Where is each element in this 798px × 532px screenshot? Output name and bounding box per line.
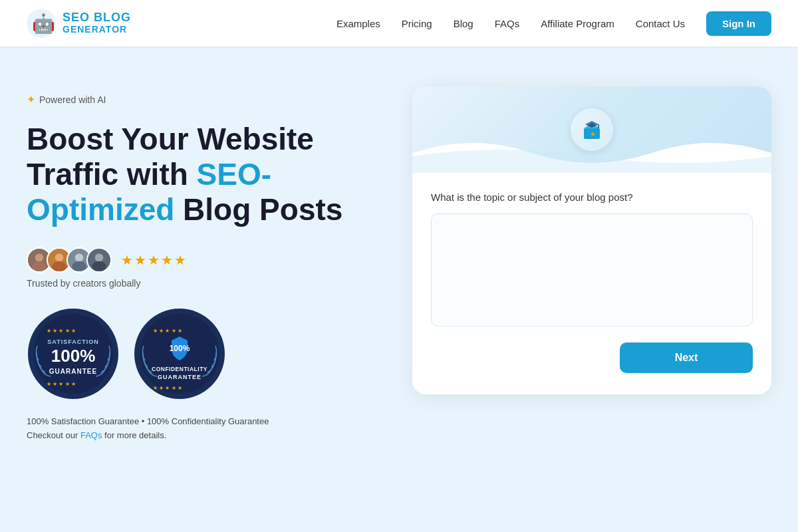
hero-title: Boost Your Website Traffic with SEO-Opti… — [27, 122, 386, 227]
left-column: ✦ Powered with AI Boost Your Website Tra… — [27, 86, 386, 440]
svg-point-3 — [35, 253, 44, 262]
hero-title-after: Blog Posts — [174, 192, 342, 227]
powered-label: Powered with AI — [39, 94, 106, 105]
navigation: 🤖 SEO BLOG GENERATOR Examples Pricing Bl… — [0, 0, 798, 47]
next-button[interactable]: Next — [620, 342, 753, 373]
svg-text:★: ★ — [590, 130, 596, 138]
card-body: What is the topic or subject of your blo… — [412, 173, 771, 394]
svg-text:★ ★ ★ ★ ★: ★ ★ ★ ★ ★ — [47, 328, 76, 334]
svg-text:GUARANTEE: GUARANTEE — [158, 374, 201, 380]
star-1: ★ — [121, 252, 133, 268]
topic-textarea[interactable] — [431, 213, 753, 327]
svg-text:★ ★ ★ ★ ★: ★ ★ ★ ★ ★ — [153, 328, 182, 334]
logo[interactable]: 🤖 SEO BLOG GENERATOR — [27, 9, 131, 38]
confidentiality-badge: ★ ★ ★ ★ ★ 100% CONFIDENTIALITY GUARANTEE… — [133, 307, 226, 400]
nav-affiliate[interactable]: Affiliate Program — [541, 18, 614, 29]
svg-text:SATISFACTION: SATISFACTION — [47, 338, 98, 345]
card-question: What is the topic or subject of your blo… — [431, 192, 753, 203]
nav-links: Examples Pricing Blog FAQs Affiliate Pro… — [336, 11, 771, 36]
nav-contact[interactable]: Contact Us — [636, 18, 685, 29]
avatar-4 — [86, 247, 112, 273]
logo-icon: 🤖 — [27, 9, 56, 38]
svg-point-9 — [75, 253, 84, 262]
card-mascot: ★ — [571, 108, 613, 151]
badges-row: ★ ★ ★ ★ ★ SATISFACTION 100% GUARANTEE ★ … — [27, 307, 386, 400]
checkout-post: for more details. — [102, 430, 166, 440]
right-column: ★ What is the topic or subject of your b… — [412, 86, 771, 394]
checkout-text: Checkout our FAQs for more details. — [27, 430, 386, 440]
spark-icon: ✦ — [27, 93, 35, 106]
guarantee-text: 100% Satisfaction Guarantee • 100% Confi… — [27, 416, 386, 426]
star-2: ★ — [134, 252, 146, 268]
svg-text:GUARANTEE: GUARANTEE — [49, 368, 97, 375]
svg-text:★ ★ ★ ★ ★: ★ ★ ★ ★ ★ — [47, 381, 76, 387]
svg-point-4 — [32, 261, 46, 271]
nav-faqs[interactable]: FAQs — [495, 18, 520, 29]
trust-text: Trusted by creators globally — [27, 278, 386, 289]
svg-point-6 — [55, 253, 64, 262]
main-content: ✦ Powered with AI Boost Your Website Tra… — [0, 47, 798, 532]
svg-text:🤖: 🤖 — [32, 13, 55, 35]
nav-examples[interactable]: Examples — [336, 18, 380, 29]
svg-text:100%: 100% — [170, 344, 190, 353]
logo-text: SEO BLOG GENERATOR — [63, 11, 131, 35]
svg-text:100%: 100% — [51, 346, 96, 366]
signin-button[interactable]: Sign In — [706, 11, 771, 36]
avatars — [27, 247, 112, 273]
star-5: ★ — [174, 252, 186, 268]
powered-badge: ✦ Powered with AI — [27, 93, 106, 106]
svg-point-12 — [95, 253, 104, 262]
satisfaction-badge: ★ ★ ★ ★ ★ SATISFACTION 100% GUARANTEE ★ … — [27, 307, 120, 400]
svg-text:★ ★ ★ ★ ★: ★ ★ ★ ★ ★ — [153, 385, 182, 391]
svg-text:CONFIDENTIALITY: CONFIDENTIALITY — [152, 366, 207, 372]
svg-point-13 — [92, 261, 106, 271]
star-3: ★ — [148, 252, 160, 268]
faqs-link[interactable]: FAQs — [80, 430, 102, 440]
trust-row: ★ ★ ★ ★ ★ — [27, 247, 386, 273]
nav-blog[interactable]: Blog — [454, 18, 473, 29]
blog-card: ★ What is the topic or subject of your b… — [412, 86, 771, 394]
star-4: ★ — [161, 252, 173, 268]
checkout-pre: Checkout our — [27, 430, 80, 440]
card-header-wave: ★ — [412, 86, 771, 173]
nav-pricing[interactable]: Pricing — [402, 18, 432, 29]
svg-point-7 — [52, 261, 66, 271]
star-rating: ★ ★ ★ ★ ★ — [121, 252, 186, 268]
svg-point-10 — [72, 261, 86, 271]
